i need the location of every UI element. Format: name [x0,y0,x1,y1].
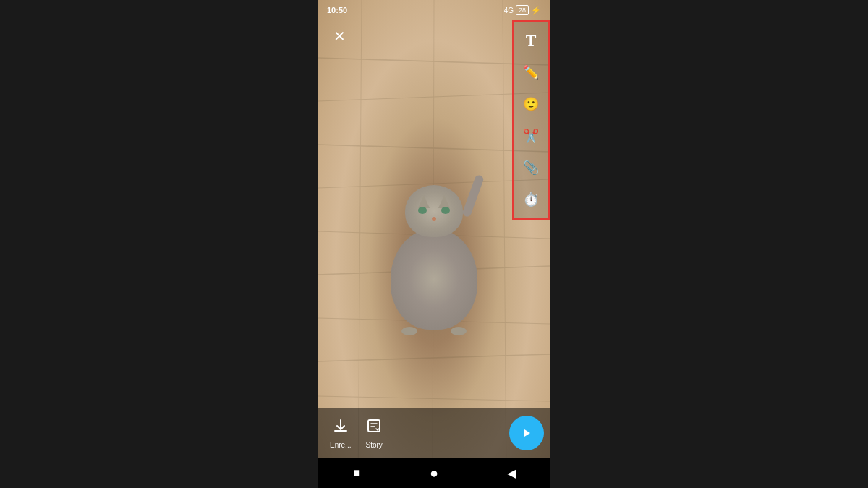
right-toolbar: T ✏️ 🙂 ✂️ 📎 ⏱️ [512,20,550,220]
charging-icon: ⚡ [531,6,541,15]
sticker-icon: 🙂 [523,96,539,112]
save-label: Enre... [330,441,351,449]
circle-icon: ● [430,465,438,481]
nav-back-button[interactable]: ◀ [498,460,524,486]
pen-icon: ✏️ [523,64,539,80]
status-bar: 10:50 4G 28 ⚡ [318,0,550,20]
status-time: 10:50 [327,6,347,14]
story-icon [366,418,382,438]
cat-eye-right [441,207,450,214]
bottom-bar: Enre... Story [318,408,550,458]
send-button[interactable] [509,416,544,450]
save-button[interactable]: Enre... [324,415,357,452]
text-icon: T [526,31,537,50]
cat-image [376,171,492,330]
cat-head [405,185,463,237]
phone-container: 10:50 4G 28 ⚡ ✕ T ✏️ 🙂 ✂️ 📎 ⏱️ [318,0,550,488]
link-tool-button[interactable]: 📎 [515,152,547,184]
sticker-tool-button[interactable]: 🙂 [515,88,547,120]
signal-icon: 4G [504,7,514,14]
save-icon [333,418,349,438]
triangle-icon: ◀ [507,466,516,480]
battery-icon: 28 [516,5,529,15]
story-label: Story [365,441,382,449]
svg-line-8 [318,396,550,401]
cat-tail [461,174,485,218]
scissors-tool-button[interactable]: ✂️ [515,120,547,152]
cat-nose [432,217,436,221]
svg-line-7 [318,354,550,361]
cat-eye-left [418,207,427,214]
square-icon: ■ [353,466,360,479]
close-button[interactable]: ✕ [328,25,350,47]
scissors-icon: ✂️ [523,128,539,144]
cat-body [391,228,477,330]
timer-tool-button[interactable]: ⏱️ [515,184,547,215]
nav-home-button[interactable]: ● [421,460,447,486]
cat-paw-left [401,327,417,335]
android-nav-bar: ■ ● ◀ [318,458,550,488]
cat-paw-right [451,327,467,335]
timer-icon: ⏱️ [523,192,539,207]
pen-tool-button[interactable]: ✏️ [515,56,547,88]
nav-square-button[interactable]: ■ [344,460,370,486]
text-tool-button[interactable]: T [515,25,547,56]
bottom-left-actions: Enre... Story [324,415,388,452]
link-icon: 📎 [523,160,539,176]
status-icons: 4G 28 ⚡ [504,5,541,15]
story-button[interactable]: Story [359,415,388,452]
